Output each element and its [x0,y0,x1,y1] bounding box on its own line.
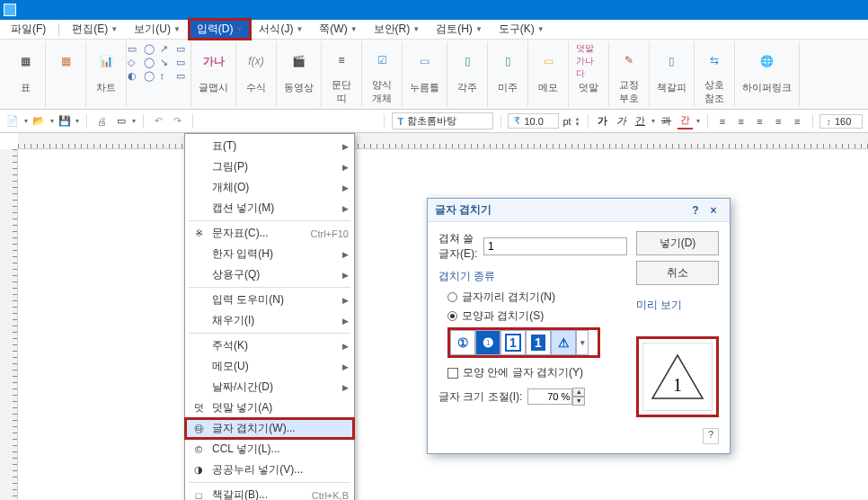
shape-square-outline[interactable]: 1 [500,330,526,355]
dialog-help-btn[interactable]: ? [686,204,704,217]
ribbon: ▦표 ▦ 📊차트 ▭◯↗▭ ◇◯↘▭ ◐◯↕▭ 가나글맵시 f(x)수식 🎬동영… [0,40,868,110]
cancel-button[interactable]: 취소 [636,261,719,285]
horizontal-ruler [18,133,868,149]
workspace: 표(T)▶그림(P)▶개체(O)▶캡션 넣기(M)▶※문자표(C)...Ctrl… [0,133,868,500]
dialog-help-icon[interactable]: ? [703,428,719,444]
spin-down[interactable]: ▼ [572,397,585,406]
menu-input[interactable]: 입력(D)▼ [190,20,251,39]
menu-item[interactable]: ©CCL 넣기(L)... [185,439,354,460]
menu-item[interactable]: 그림(P)▶ [185,156,354,177]
ribbon-numframe[interactable]: ▭누름틀 [403,41,447,107]
ribbon-memo[interactable]: ▭메모 [528,41,569,107]
insert-button[interactable]: 넣기(D) [636,231,719,255]
align-distribute-icon[interactable]: ≡ [790,113,805,129]
shape-selector: ① ❶ 1 1 ⚠ ▾ [447,327,600,358]
zoom-combo[interactable]: ↕160 [819,114,863,129]
underline-btn[interactable]: 간 [633,113,648,129]
fontsize-unit: pt [562,116,571,127]
menu-item[interactable]: 캡션 넣기(M)▶ [185,198,354,219]
align-left-icon[interactable]: ≡ [714,113,730,129]
color-btn[interactable]: 간 [678,113,693,129]
shape-triangle[interactable]: ⚠ [551,330,576,355]
overlap-dialog: 글자 겹치기 ? × 겹쳐 쓸 글자(E): 겹치기 종류 글자끼리 겹치기(N… [427,198,731,454]
menu-item[interactable]: 개체(O)▶ [185,177,354,198]
overlap-char-label: 겹쳐 쓸 글자(E): [438,231,478,262]
align-justify-icon[interactable]: ≡ [771,113,786,129]
bold-btn[interactable]: 가 [595,113,610,129]
menu-item[interactable]: ㉹글자 겹치기(W)... [185,418,354,439]
check-inner-overlap[interactable]: 모양 안에 글자 겹치기(Y) [438,365,627,380]
ribbon-gallery[interactable]: 가나글맵시 [191,41,236,107]
menu-tools[interactable]: 도구(K)▼ [492,20,552,39]
preview-box: 1 [636,336,719,417]
menu-item[interactable]: 덧덧말 넣기(A) [185,397,354,418]
ribbon-hyperlink[interactable]: 🌐하이퍼링크 [735,41,800,107]
dialog-titlebar: 글자 겹치기 ? × [428,199,730,222]
shape-more[interactable]: ▾ [576,330,589,355]
ribbon-table[interactable]: ▦표 [5,41,46,107]
menu-item[interactable]: 한자 입력(H)▶ [185,244,354,264]
font-combo[interactable]: T함초롬바탕 [392,112,493,129]
ribbon-chart[interactable]: 📊차트 [86,41,127,107]
ribbon-bookmark[interactable]: ▯책갈피 [650,41,695,107]
shape-square-filled[interactable]: 1 [526,330,551,355]
ribbon-styleset[interactable]: ☑양식 개체 [362,41,403,107]
menu-item[interactable]: 채우기(I)▶ [185,310,354,331]
open-icon[interactable]: 📂 [31,113,47,129]
size-adjust-label: 글자 크기 조절(I): [438,389,522,405]
menu-review[interactable]: 검토(H)▼ [429,20,490,39]
new-doc-icon[interactable]: 📄 [5,113,21,129]
menu-item[interactable]: 상용구(Q)▶ [185,264,354,285]
radio-shape-overlap[interactable]: 모양과 겹치기(S) [438,308,627,324]
menu-item[interactable]: □책갈피(B)...Ctrl+K,B [185,485,354,500]
size-adjust-input[interactable] [527,388,572,405]
menu-security[interactable]: 보안(R)▼ [367,20,428,39]
menu-item[interactable]: 주석(K)▶ [185,335,354,356]
vertical-ruler [0,149,18,500]
align-center-icon[interactable]: ≡ [733,113,748,129]
ribbon-proof[interactable]: ✎교정 부호 [609,41,650,107]
preview-label: 미리 보기 [636,298,719,313]
ribbon-crossref[interactable]: ⇆상호 참조 [695,41,735,107]
ribbon-endnote[interactable]: ▯미주 [488,41,528,107]
dialog-close-btn[interactable]: × [704,204,722,217]
ribbon-comment[interactable]: 덧말가나다덧말 [569,41,609,107]
spin-up[interactable]: ▲ [572,388,585,397]
menu-item[interactable]: ※문자표(C)...Ctrl+F10 [185,223,354,244]
menu-item[interactable]: 표(T)▶ [185,136,354,156]
ribbon-shapes[interactable]: ▭◯↗▭ ◇◯↘▭ ◐◯↕▭ [127,41,191,107]
preview-triangle-icon: 1 [651,353,704,400]
menu-item[interactable]: ◑공공누리 넣기(V)... [185,460,354,480]
ribbon-video[interactable]: 🎬동영상 [277,41,322,107]
app-icon [4,4,16,16]
redo-icon[interactable]: ↷ [170,113,185,129]
ribbon-table2[interactable]: ▦ [46,41,86,107]
overlap-type-group: 겹치기 종류 [438,269,627,284]
shape-circle-filled[interactable]: ❶ [475,330,500,355]
menu-format[interactable]: 서식(J)▼ [252,20,310,39]
sub-toolbar: 📄▾ 📂▾ 💾▾ 🖨 ▭▾ ↶ ↷ T함초롬바탕 ₹10.0 pt ▲▼ 가 가… [0,110,868,133]
overlap-char-input[interactable] [483,237,627,255]
undo-icon[interactable]: ↶ [151,113,166,129]
dialog-title: 글자 겹치기 [435,202,492,218]
print-icon[interactable]: 🖨 [94,113,110,129]
ribbon-formula[interactable]: f(x)수식 [236,41,277,107]
menu-page[interactable]: 쪽(W)▼ [312,20,364,39]
italic-btn[interactable]: 가 [614,113,629,129]
fontsize-combo[interactable]: ₹10.0 [508,113,559,129]
shape-circle-outline[interactable]: ① [450,330,475,355]
ribbon-footnote[interactable]: ▯각주 [447,41,488,107]
radio-char-overlap[interactable]: 글자끼리 겹치기(N) [438,290,627,305]
ribbon-textbox[interactable]: ≡문단 띠 [322,41,362,107]
menu-item[interactable]: 입력 도우미(N)▶ [185,290,354,310]
strike-btn[interactable]: 과 [659,113,674,129]
menu-file[interactable]: 파일(F) [4,20,53,39]
menu-edit[interactable]: 편집(E)▼ [65,20,125,39]
preview-icon[interactable]: ▭ [113,113,128,129]
align-right-icon[interactable]: ≡ [752,113,767,129]
menu-item[interactable]: 메모(U)▶ [185,356,354,377]
svg-text:1: 1 [673,375,682,395]
save-icon[interactable]: 💾 [58,113,73,129]
menu-view[interactable]: 보기(U)▼ [127,20,188,39]
menu-item[interactable]: 날짜/시간(D)▶ [185,377,354,397]
